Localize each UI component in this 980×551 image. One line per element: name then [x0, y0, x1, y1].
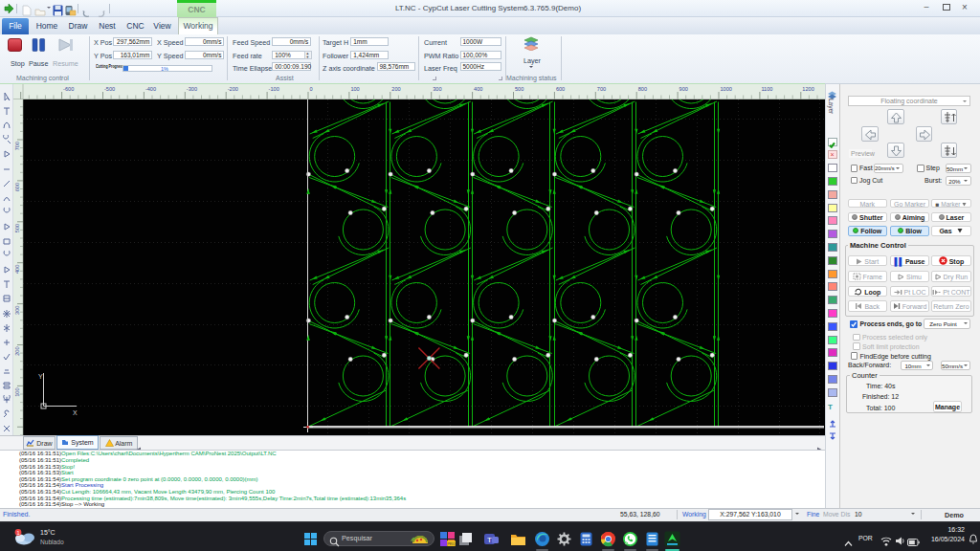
svg-text:-600: -600: [63, 86, 74, 92]
svg-text:100: 100: [14, 387, 20, 396]
svg-text:T: T: [487, 536, 492, 544]
svg-text:300: 300: [433, 86, 441, 92]
svg-text:400: 400: [14, 265, 20, 274]
svg-text:-300: -300: [187, 86, 197, 92]
svg-text:1: 1: [16, 530, 19, 536]
svg-text:1100: 1100: [761, 86, 772, 92]
svg-text:1200: 1200: [802, 86, 813, 92]
svg-text:800: 800: [638, 86, 647, 92]
svg-text:700: 700: [597, 86, 606, 92]
svg-text:200: 200: [391, 86, 400, 92]
svg-text:Y: Y: [38, 373, 43, 380]
svg-text:X: X: [73, 409, 78, 416]
svg-text:400: 400: [474, 86, 482, 92]
svg-text:700: 700: [14, 142, 20, 150]
svg-text:PRO: PRO: [447, 541, 456, 546]
svg-text:500: 500: [515, 86, 523, 92]
svg-text:300: 300: [14, 306, 20, 315]
svg-text:0: 0: [310, 86, 313, 92]
svg-text:-100: -100: [269, 86, 279, 92]
svg-text:100: 100: [350, 86, 359, 92]
svg-text:600: 600: [14, 183, 20, 191]
svg-text:-500: -500: [104, 86, 115, 92]
svg-text:900: 900: [679, 86, 688, 92]
svg-text:600: 600: [556, 86, 565, 92]
svg-text:200: 200: [14, 347, 20, 356]
svg-text:-400: -400: [145, 86, 156, 92]
svg-text:1000: 1000: [721, 86, 732, 92]
svg-text:-200: -200: [228, 86, 238, 92]
svg-text:500: 500: [14, 224, 20, 232]
